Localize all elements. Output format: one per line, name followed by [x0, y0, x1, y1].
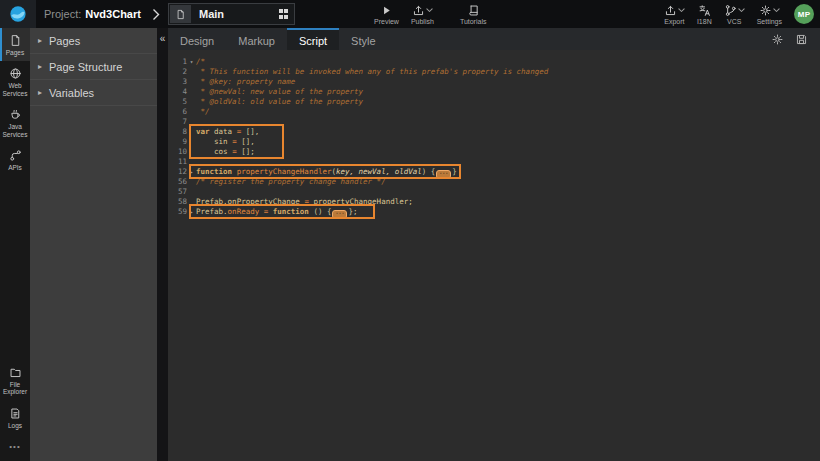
line-number[interactable]: 56 — [168, 177, 187, 187]
tutorials-icon — [467, 4, 480, 17]
tab-style[interactable]: Style — [339, 28, 387, 50]
export-button[interactable]: Export — [658, 0, 691, 28]
line-number[interactable]: 8 — [168, 127, 187, 137]
caret-down-icon — [773, 8, 780, 13]
code-text: function propertyChangeHandler(key, newV… — [196, 167, 457, 177]
code-line: 59▸Prefab.onReady = function () {···}; — [168, 207, 820, 217]
i18n-button[interactable]: I18N — [691, 0, 718, 28]
accordion-section-variables[interactable]: ▸Variables — [30, 80, 157, 106]
fold-marker-icon[interactable]: ▾ — [187, 57, 196, 67]
fold-gutter — [187, 97, 196, 107]
code-line: 4 * @newVal: new value of the property — [168, 87, 820, 97]
folded-code-pill[interactable]: ··· — [332, 210, 347, 219]
accordion-section-page-structure[interactable]: ▸Page Structure — [30, 54, 157, 80]
tab-design[interactable]: Design — [168, 28, 226, 50]
vcs-button[interactable]: VCS — [718, 0, 751, 28]
vcs-icon — [724, 4, 737, 17]
sidebar-item-apis[interactable]: APIs — [0, 143, 30, 176]
line-number[interactable]: 2 — [168, 67, 187, 77]
caret-down-icon — [678, 8, 685, 13]
line-number[interactable]: 12 — [168, 167, 187, 177]
editor-area: DesignMarkupScriptStyle 1▾/*2 * This fun… — [168, 28, 820, 461]
fold-gutter — [187, 157, 196, 167]
code-line: 9 sin = [], — [168, 137, 820, 147]
vcs-label: VCS — [727, 18, 741, 25]
i18n-icon — [698, 4, 711, 17]
code-text: /* — [196, 57, 205, 67]
code-line: 8var data = [], — [168, 127, 820, 137]
code-line: 10 cos = []; — [168, 147, 820, 157]
code-text: */ — [196, 107, 210, 117]
line-number[interactable]: 1 — [168, 57, 187, 67]
line-number[interactable]: 5 — [168, 97, 187, 107]
fold-gutter — [187, 67, 196, 77]
export-label: Export — [664, 18, 684, 25]
line-number[interactable]: 3 — [168, 77, 187, 87]
accordion-section-pages[interactable]: ▸Pages — [30, 28, 157, 54]
sidebar-item-file-explorer[interactable]: File Explorer — [0, 360, 30, 401]
page-selector[interactable]: Main — [168, 3, 295, 25]
code-text: * @oldVal: old value of the property — [196, 97, 363, 107]
publish-icon — [412, 4, 425, 17]
code-text: /* register the property change handler … — [196, 177, 386, 187]
line-number[interactable]: 59 — [168, 207, 187, 217]
line-number[interactable]: 58 — [168, 197, 187, 207]
line-number[interactable]: 11 — [168, 157, 187, 167]
settings-button[interactable]: Settings — [751, 0, 788, 28]
line-number[interactable]: 57 — [168, 187, 187, 197]
sidebar-item-label: Pages — [6, 49, 24, 56]
sidebar-item-web-services[interactable]: Web Services — [0, 61, 30, 102]
fold-marker-icon[interactable]: ▸ — [187, 207, 196, 217]
web-services-icon — [9, 67, 22, 80]
folded-code-pill[interactable]: ··· — [436, 170, 451, 179]
project-name: Nvd3Chart — [85, 8, 141, 20]
fold-gutter — [187, 137, 196, 147]
code-line: 1▾/* — [168, 57, 820, 67]
fold-gutter — [187, 197, 196, 207]
sidebar-more-button[interactable]: ••• — [0, 434, 30, 461]
fold-gutter — [187, 107, 196, 117]
code-line: 2 * This function will be invoked when a… — [168, 67, 820, 77]
code-line: 5 * @oldVal: old value of the property — [168, 97, 820, 107]
page-doc-icon — [170, 5, 191, 23]
line-number[interactable]: 9 — [168, 137, 187, 147]
code-text: sin = [], — [196, 137, 255, 147]
code-line: 6 */ — [168, 107, 820, 117]
settings-icon — [759, 4, 772, 17]
save-icon[interactable] — [795, 33, 808, 46]
publish-button[interactable]: Publish — [405, 0, 440, 28]
line-number[interactable]: 4 — [168, 87, 187, 97]
accordion-section-label: Variables — [49, 87, 94, 99]
code-editor[interactable]: 1▾/*2 * This function will be invoked wh… — [168, 50, 820, 461]
line-number[interactable]: 10 — [168, 147, 187, 157]
editor-settings-gear-icon[interactable] — [771, 33, 784, 46]
app-logo[interactable] — [0, 0, 36, 28]
line-number[interactable]: 7 — [168, 117, 187, 127]
topbar-right-actions: ExportI18NVCSSettingsMP — [658, 0, 818, 28]
page-grid-icon[interactable] — [279, 9, 289, 19]
editor-tab-bar: DesignMarkupScriptStyle — [168, 28, 820, 50]
topbar-left-actions: PreviewPublishTutorials — [368, 0, 492, 28]
fold-gutter — [187, 187, 196, 197]
tutorials-button[interactable]: Tutorials — [454, 0, 493, 28]
sidebar-item-pages[interactable]: Pages — [0, 28, 30, 61]
code-line: 7 — [168, 117, 820, 127]
sidebar-item-label: Web Services — [0, 82, 30, 97]
tutorials-label: Tutorials — [460, 18, 487, 25]
tab-script[interactable]: Script — [287, 28, 339, 50]
breadcrumb-chevron-icon — [152, 8, 160, 21]
sidebar-item-logs[interactable]: Logs — [0, 401, 30, 434]
user-avatar[interactable]: MP — [794, 4, 814, 24]
line-number[interactable]: 6 — [168, 107, 187, 117]
preview-button[interactable]: Preview — [368, 0, 405, 28]
wavemaker-logo-icon — [9, 5, 27, 23]
tab-markup[interactable]: Markup — [226, 28, 287, 50]
sidebar-item-java-services[interactable]: Java Services — [0, 102, 30, 143]
project-label: Project: — [44, 8, 81, 20]
code-text: * This function will be invoked when any… — [196, 67, 548, 77]
fold-gutter — [187, 117, 196, 127]
panel-collapse-button[interactable]: « — [157, 31, 168, 47]
fold-marker-icon[interactable]: ▸ — [187, 167, 196, 177]
fold-gutter — [187, 177, 196, 187]
panel-divider: « — [157, 28, 168, 461]
